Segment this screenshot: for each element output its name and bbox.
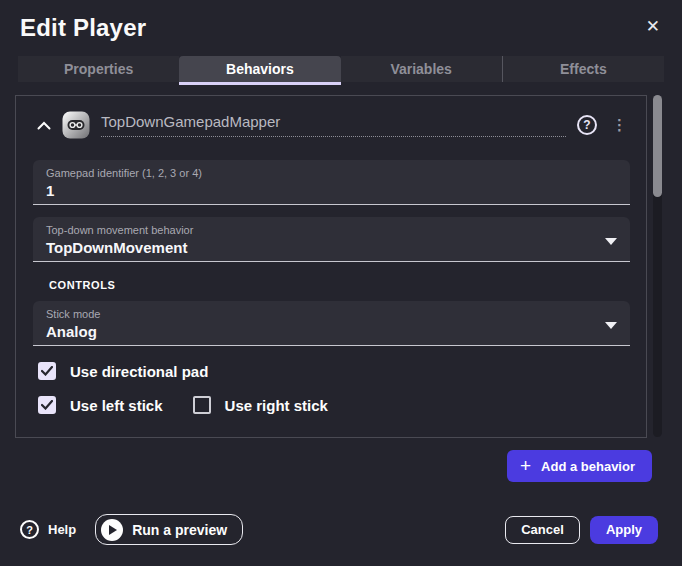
page-title: Edit Player: [20, 14, 146, 42]
chevron-down-icon: [605, 238, 617, 245]
behavior-menu-kebab-icon[interactable]: ⋮: [608, 116, 631, 134]
checkbox-row: Use left stick Use right stick: [38, 396, 630, 414]
tab-bar: Properties Behaviors Variables Effects: [18, 56, 664, 85]
add-behavior-label: Add a behavior: [541, 459, 635, 474]
checkbox-icon: [38, 396, 56, 414]
field-label: Top-down movement behavior: [46, 223, 600, 237]
checkbox-use-directional-pad[interactable]: Use directional pad: [38, 362, 208, 380]
cancel-button[interactable]: Cancel: [505, 516, 580, 544]
checkbox-label: Use directional pad: [70, 363, 208, 380]
help-label: Help: [48, 522, 76, 537]
apply-button[interactable]: Apply: [590, 516, 658, 544]
behavior-help-icon[interactable]: ?: [577, 115, 597, 135]
checkbox-row: Use directional pad: [38, 362, 630, 380]
tab-variables[interactable]: Variables: [341, 56, 502, 82]
controls-section-label: CONTROLS: [49, 279, 630, 291]
checkbox-label: Use left stick: [70, 397, 163, 414]
field-value: Analog: [46, 321, 600, 342]
plus-icon: +: [520, 456, 531, 475]
movement-behavior-select[interactable]: Top-down movement behavior TopDownMoveme…: [33, 217, 630, 262]
add-behavior-button[interactable]: + Add a behavior: [507, 450, 652, 482]
behavior-name-field[interactable]: TopDownGamepadMapper: [101, 113, 566, 137]
checkbox-use-left-stick[interactable]: Use left stick: [38, 396, 163, 414]
tab-properties[interactable]: Properties: [18, 56, 179, 82]
field-value: TopDownMovement: [46, 237, 600, 258]
help-link[interactable]: ? Help: [20, 520, 76, 539]
play-icon: [101, 519, 123, 541]
dialog-header: Edit Player ✕: [0, 0, 682, 50]
scrollbar-track[interactable]: [653, 95, 662, 437]
field-value: 1: [46, 180, 600, 201]
field-label: Stick mode: [46, 307, 600, 321]
run-preview-button[interactable]: Run a preview: [95, 514, 243, 545]
add-behavior-row: + Add a behavior: [507, 450, 652, 482]
help-circle-icon: ?: [20, 520, 39, 539]
run-preview-label: Run a preview: [132, 522, 227, 538]
scrollbar-thumb[interactable]: [653, 95, 662, 197]
collapse-chevron-up-icon[interactable]: [37, 121, 51, 130]
checkbox-use-right-stick[interactable]: Use right stick: [193, 396, 328, 414]
behavior-header: TopDownGamepadMapper ? ⋮: [37, 111, 631, 139]
dialog-footer: ? Help Run a preview Cancel Apply: [20, 514, 658, 545]
behavior-panel: TopDownGamepadMapper ? ⋮ Gamepad identif…: [15, 95, 647, 438]
edit-object-dialog: Edit Player ✕ Properties Behaviors Varia…: [0, 0, 682, 566]
close-icon[interactable]: ✕: [646, 18, 660, 35]
checkbox-icon: [193, 396, 211, 414]
behavior-name: TopDownGamepadMapper: [101, 113, 280, 130]
chevron-down-icon: [605, 322, 617, 329]
field-label: Gamepad identifier (1, 2, 3 or 4): [46, 166, 600, 180]
tab-effects[interactable]: Effects: [502, 56, 664, 82]
checkbox-icon: [38, 362, 56, 380]
stick-mode-select[interactable]: Stick mode Analog: [33, 301, 630, 346]
gamepad-identifier-field[interactable]: Gamepad identifier (1, 2, 3 or 4) 1: [33, 160, 630, 205]
tab-behaviors[interactable]: Behaviors: [179, 56, 340, 82]
gamepad-icon: [62, 111, 90, 139]
checkbox-label: Use right stick: [225, 397, 328, 414]
